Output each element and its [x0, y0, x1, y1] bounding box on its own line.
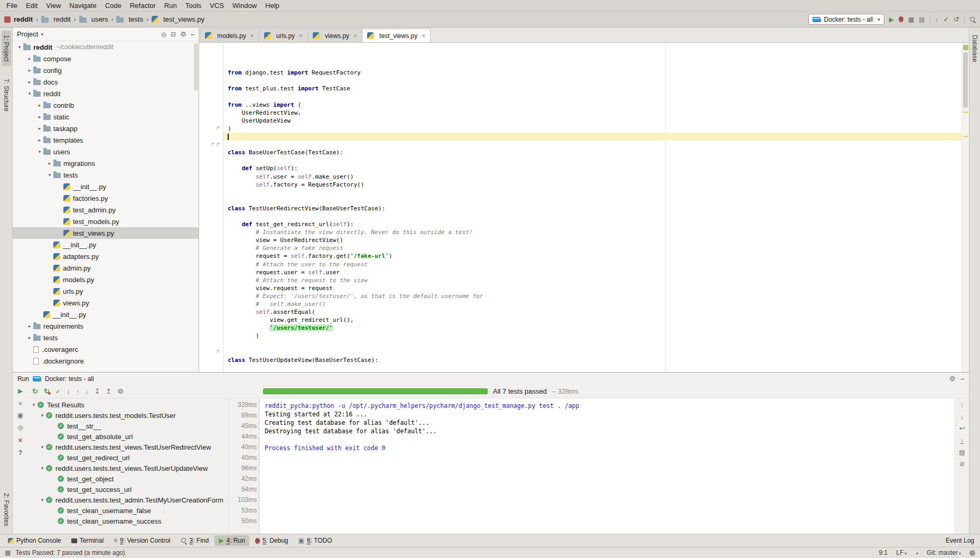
run-gutter-icon[interactable]: ↱ [216, 349, 220, 355]
test-item[interactable]: test_get_object42ms [28, 473, 259, 484]
menu-navigate[interactable]: Navigate [65, 1, 100, 11]
test-suite[interactable]: ▾reddit.users.tests.test_admin.TestMyUse… [28, 495, 259, 505]
editor-scrollbar[interactable] [962, 43, 969, 372]
profiler-button[interactable] [919, 16, 925, 23]
menu-help[interactable]: Help [261, 1, 284, 11]
locate-file-icon[interactable] [161, 31, 166, 38]
tree-item[interactable]: views.py [13, 297, 199, 309]
coverage-button[interactable] [908, 16, 914, 23]
close-tab-icon[interactable]: × [353, 32, 357, 40]
pin-tab-icon[interactable] [17, 424, 23, 431]
menu-tools[interactable]: Tools [181, 1, 206, 11]
tree-item[interactable]: ▾reddit~/cookiecutter/reddit [13, 41, 199, 53]
event-log-button[interactable]: Event Log [946, 537, 976, 544]
close-tab-icon[interactable]: × [422, 32, 425, 40]
search-everywhere-button[interactable] [969, 16, 976, 23]
tool-button-project[interactable]: 1: Project [2, 31, 11, 66]
tree-item[interactable]: ▸tests [13, 332, 199, 343]
hide-run-panel-icon[interactable] [960, 376, 964, 382]
soft-wrap-icon[interactable] [959, 425, 965, 432]
tree-item[interactable]: factories.py [13, 192, 199, 204]
menu-vcs[interactable]: VCS [206, 1, 228, 11]
import-results-icon[interactable] [94, 388, 100, 395]
toolwindow-button[interactable]: 9: Version Control [109, 535, 174, 546]
code-editor[interactable]: ↱↱↱↱ from django.test import RequestFact… [199, 43, 969, 372]
tool-button-database[interactable]: Database [970, 31, 979, 66]
expand-arrow[interactable]: ▾ [36, 149, 43, 154]
expand-arrow[interactable]: ▸ [26, 68, 33, 73]
test-item[interactable]: test__str__45ms [28, 421, 259, 431]
editor-tab[interactable]: test_views.py× [362, 29, 431, 42]
next-failed-test-icon[interactable] [85, 388, 89, 395]
toolwindow-button[interactable]: Terminal [67, 535, 108, 546]
tree-item[interactable]: __init__.py [13, 181, 199, 192]
toolwindow-button[interactable]: 5: Debug [251, 535, 293, 546]
expand-arrow[interactable]: ▸ [36, 114, 43, 119]
expand-arrow[interactable]: ▾ [39, 444, 46, 450]
toolwindow-button[interactable]: 4: Run [214, 535, 249, 546]
tree-item[interactable]: admin.py [13, 262, 199, 274]
editor-tab[interactable]: views.py× [307, 29, 362, 42]
tree-item[interactable]: __init__.py [13, 309, 199, 320]
tree-item[interactable]: .coveragerc [13, 343, 199, 355]
close-tab-icon[interactable]: × [250, 32, 254, 40]
scroll-to-end-icon[interactable] [960, 436, 964, 444]
test-item[interactable]: test_get_redirect_url40ms [28, 452, 259, 463]
prev-occurrence-icon[interactable] [960, 402, 964, 408]
restore-layout-icon[interactable] [17, 412, 23, 418]
sort-alphabetically-icon[interactable] [67, 388, 70, 395]
tree-item[interactable]: ▾reddit [13, 88, 199, 99]
toolwindow-button[interactable]: 6: TODO [294, 535, 337, 546]
tree-item[interactable]: ▾tests [13, 169, 199, 181]
scrollbar-thumb[interactable] [963, 52, 968, 108]
tree-item[interactable]: test_models.py [13, 216, 199, 227]
tree-item[interactable]: test_views.py [13, 227, 199, 239]
test-item[interactable]: test_get_success_url54ms [28, 484, 259, 495]
project-tree-scrollbar[interactable] [194, 43, 198, 91]
status-message[interactable]: Tests Passed: 7 passed (a minute ago) [15, 549, 125, 556]
tree-item[interactable]: test_admin.py [13, 204, 199, 216]
expand-arrow[interactable]: ▸ [26, 56, 33, 61]
vcs-branch-select[interactable]: Git: master▾ [927, 549, 961, 556]
tool-button-favorites[interactable]: 2: Favorites [2, 489, 11, 531]
expand-arrow[interactable]: ▸ [26, 335, 33, 340]
tree-item[interactable]: ▸templates [13, 134, 199, 146]
expand-arrow[interactable]: ▾ [39, 413, 46, 418]
help-icon[interactable] [18, 449, 22, 456]
run-button[interactable] [889, 16, 894, 23]
editor-tab[interactable]: urls.py× [259, 29, 308, 42]
tree-item[interactable]: ▸requirements [13, 320, 199, 332]
collapse-all-icon[interactable] [171, 31, 176, 38]
hide-passed-icon[interactable] [55, 388, 61, 395]
hector-icon[interactable] [969, 550, 975, 556]
expand-arrow[interactable]: ▾ [16, 44, 23, 50]
tree-item[interactable]: __init__.py [13, 239, 199, 250]
test-suite[interactable]: ▾reddit.users.tests.test_views.TestUserU… [28, 463, 259, 473]
project-view-title[interactable]: Project [17, 30, 38, 38]
warning-stripe-mark[interactable] [964, 136, 968, 137]
menu-window[interactable]: Window [228, 1, 261, 11]
test-suite[interactable]: ▾Test Results328ms [28, 399, 259, 410]
run-gutter-icon[interactable]: ↱ [216, 126, 220, 131]
tree-item[interactable]: ▾users [13, 146, 199, 157]
caret-position[interactable]: 9:1 [879, 549, 888, 556]
clear-console-icon[interactable] [959, 460, 965, 467]
expand-arrow[interactable]: ▾ [30, 402, 38, 407]
test-settings-icon[interactable] [117, 388, 124, 395]
rerun-failed-tests-icon[interactable] [44, 388, 50, 395]
tree-item[interactable]: ▸compose [13, 53, 199, 64]
breadcrumb-item[interactable]: test_views.py [152, 15, 204, 23]
tree-item[interactable]: adapters.py [13, 250, 199, 262]
test-item[interactable]: test_clean_username_success50ms [28, 516, 259, 526]
tree-item[interactable]: models.py [13, 274, 199, 285]
expand-arrow[interactable]: ▸ [36, 137, 43, 143]
menu-code[interactable]: Code [101, 1, 126, 11]
run-panel-settings-icon[interactable] [949, 375, 956, 382]
code-text[interactable]: from django.test import RequestFactoryfr… [223, 43, 962, 372]
expand-arrow[interactable]: ▾ [39, 466, 46, 471]
expand-arrow[interactable]: ▸ [36, 103, 43, 108]
vcs-history-button[interactable] [954, 16, 959, 23]
close-tab-icon[interactable]: × [299, 32, 303, 40]
tree-item[interactable]: ▸contrib [13, 99, 199, 111]
menu-edit[interactable]: Edit [22, 1, 42, 11]
